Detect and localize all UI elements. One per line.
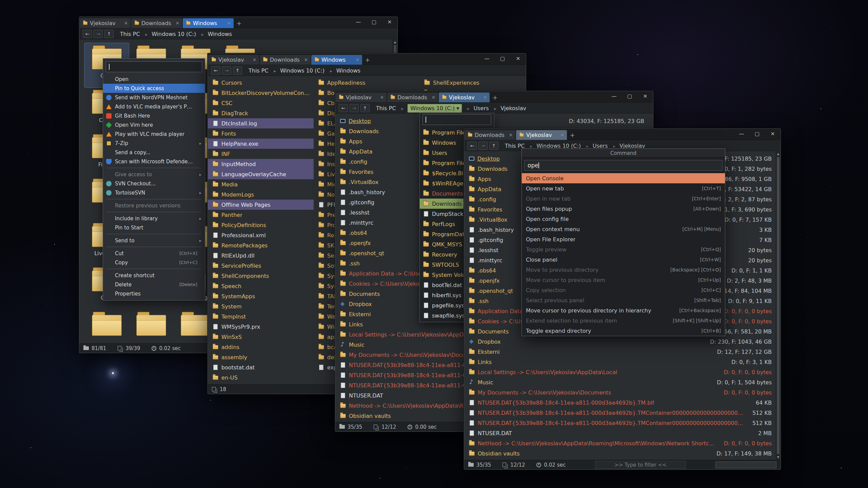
forward-button[interactable]: →: [222, 66, 231, 75]
file-row[interactable]: Panther: [208, 210, 314, 220]
tab[interactable]: Windows: [311, 55, 362, 65]
file-row[interactable]: TempInst: [208, 311, 314, 322]
tab-close-icon[interactable]: [560, 133, 564, 138]
command-item[interactable]: Copy selection [Ctrl+C]: [522, 285, 725, 295]
command-item[interactable]: Close panel [Ctrl+W]: [522, 255, 725, 265]
context-menu-item[interactable]: TortoiseSVN: [103, 188, 205, 197]
tab-bar[interactable]: Downloads Vjekoslav + — ▢ ✕: [464, 129, 781, 140]
file-row[interactable]: Obsidian vaults D: 17, F: 149, 38 MB: [464, 448, 776, 459]
breadcrumb-segment[interactable]: Vjekoslav: [490, 104, 527, 112]
file-row[interactable]: Links D: 0, F: 3, 1 KB: [464, 357, 776, 367]
dropdown-filter-input[interactable]: [422, 114, 491, 125]
file-row[interactable]: InputMethod: [208, 159, 314, 169]
tab-close-icon[interactable]: [509, 133, 513, 138]
file-row[interactable]: NetHood -> C:\Users\Vjekoslav\AppData\Ro…: [464, 438, 776, 448]
breadcrumb-segment[interactable]: Users: [462, 104, 489, 112]
context-menu-item[interactable]: 7-Zip: [103, 139, 205, 148]
grid-item[interactable]: [129, 309, 173, 343]
file-row[interactable]: ModemLogs: [208, 189, 314, 200]
new-tab-button[interactable]: +: [234, 18, 244, 28]
tab-close-icon[interactable]: [227, 21, 231, 26]
file-row[interactable]: addins: [208, 342, 314, 352]
tab[interactable]: Downloads: [465, 130, 515, 140]
scrollbar-thumb[interactable]: [777, 157, 780, 454]
context-menu-item[interactable]: Open: [103, 75, 205, 84]
context-menu-item[interactable]: Pin to Start: [103, 223, 205, 232]
file-row[interactable]: bootstat.dat: [208, 362, 314, 372]
context-menu-item[interactable]: Open Vim here: [103, 120, 205, 129]
file-row[interactable]: SystemApps: [208, 291, 314, 301]
file-row[interactable]: CSC: [208, 98, 314, 108]
tab[interactable]: Downloads: [260, 55, 311, 65]
file-row[interactable]: INF: [208, 149, 314, 159]
file-row[interactable]: en-US: [208, 372, 314, 383]
scroll-down-icon[interactable]: ▼: [776, 455, 780, 460]
scroll-up-icon[interactable]: ▲: [776, 151, 780, 156]
maximize-button[interactable]: ▢: [749, 128, 765, 140]
context-menu-item[interactable]: Give access to: [103, 170, 205, 179]
file-row[interactable]: Local Settings -> C:\Users\Vjekoslav\App…: [464, 367, 776, 377]
tab-close-icon[interactable]: [176, 21, 179, 26]
file-row[interactable]: NTUSER.DAT{53b39e88-18c4-11ea-a811-000d3…: [464, 398, 776, 408]
file-row[interactable]: AppReadiness: [314, 78, 419, 88]
new-tab-button[interactable]: +: [362, 55, 373, 65]
close-button[interactable]: ✕: [510, 53, 526, 65]
command-item[interactable]: Open File Explorer: [522, 234, 725, 244]
breadcrumb-segment[interactable]: This PC: [119, 30, 141, 38]
breadcrumb-segment[interactable]: Windows 10 (C:): [141, 30, 197, 38]
file-row[interactable]: PolicyDefinitions: [208, 220, 314, 230]
minimize-button[interactable]: —: [734, 128, 749, 140]
minimize-button[interactable]: —: [606, 91, 622, 102]
tab-close-icon[interactable]: [304, 57, 308, 62]
context-menu-item[interactable]: Restore previous versions: [103, 201, 205, 210]
new-tab-button[interactable]: +: [490, 93, 500, 102]
tab[interactable]: Vjekoslav: [80, 18, 131, 28]
file-row[interactable]: ShellComponents: [208, 271, 314, 281]
context-menu-item[interactable]: [106, 199, 201, 199]
up-button[interactable]: ↑: [489, 142, 498, 150]
command-item[interactable]: Toggle preview [Ctrl+Q]: [522, 244, 725, 255]
context-menu-item[interactable]: Create shortcut: [103, 271, 205, 280]
maximize-button[interactable]: ▢: [366, 17, 382, 28]
file-row[interactable]: assembly: [208, 352, 314, 362]
tab-bar[interactable]: Vjekoslav Downloads Windows: [208, 54, 526, 65]
tab[interactable]: Downloads: [131, 18, 182, 28]
tab[interactable]: Vjekoslav: [439, 93, 490, 102]
context-menu-item[interactable]: [106, 247, 201, 247]
back-button[interactable]: ←: [211, 66, 220, 75]
back-button[interactable]: ←: [339, 104, 348, 112]
breadcrumb-segment-open-dropdown[interactable]: Windows 10 (C:): [397, 104, 463, 112]
close-button[interactable]: ✕: [637, 91, 653, 102]
minimize-button[interactable]: —: [351, 17, 366, 28]
context-menu-item[interactable]: Add to VLC media player's Playlist: [103, 102, 205, 111]
context-menu-filter-input[interactable]: [106, 61, 202, 72]
close-button[interactable]: ✕: [382, 17, 397, 28]
context-menu-item[interactable]: Properties: [103, 289, 205, 298]
tab[interactable]: Vjekoslav: [516, 130, 567, 140]
back-button[interactable]: ←: [83, 30, 92, 38]
tab-close-icon[interactable]: [380, 95, 384, 100]
command-item[interactable]: Move cursor to previous directory in hie…: [522, 305, 725, 316]
command-item[interactable]: Open context menu [Ctrl+M] [Menu]: [522, 224, 725, 234]
tab-close-icon[interactable]: [124, 21, 128, 26]
command-item[interactable]: Move cursor to previous item [Ctrl+Up]: [522, 275, 725, 285]
file-row[interactable]: WMSysPr9.prx: [208, 322, 314, 332]
command-item[interactable]: Open files popup [Alt+Down]: [522, 204, 725, 214]
file-row[interactable]: NTUSER.DAT{53b39e88-18c4-11ea-a811-000d3…: [464, 418, 776, 428]
file-row[interactable]: Dropbox D: 230, F: 1043, 46 GB: [464, 337, 776, 347]
breadcrumb-segment[interactable]: This PC: [248, 67, 269, 75]
context-menu-item[interactable]: Scan with Microsoft Defender...: [103, 157, 205, 166]
context-menu-item[interactable]: Include in library: [103, 214, 205, 223]
file-row[interactable]: Music D: 0, F: 1, 504 bytes: [464, 377, 776, 387]
file-row[interactable]: ServiceProfiles: [208, 261, 314, 271]
command-item[interactable]: Open in new tab [Ctrl+Enter]: [522, 194, 725, 204]
tab-close-icon[interactable]: [483, 95, 487, 100]
file-row[interactable]: Speech: [208, 281, 314, 291]
file-row[interactable]: BitLockerDiscoveryVolumeContents: [208, 88, 314, 98]
file-row[interactable]: Offline Web Pages: [208, 200, 314, 210]
file-row[interactable]: HelpPane.exe: [208, 139, 314, 149]
command-item[interactable]: Extend selection to previous item [Shift…: [522, 316, 725, 326]
command-item[interactable]: Toggle expand directory [Ctrl+B]: [522, 326, 725, 336]
tab-close-icon[interactable]: [432, 95, 435, 100]
file-row[interactable]: Eksterni D: 12, F: 127, 12 GB: [464, 347, 776, 357]
